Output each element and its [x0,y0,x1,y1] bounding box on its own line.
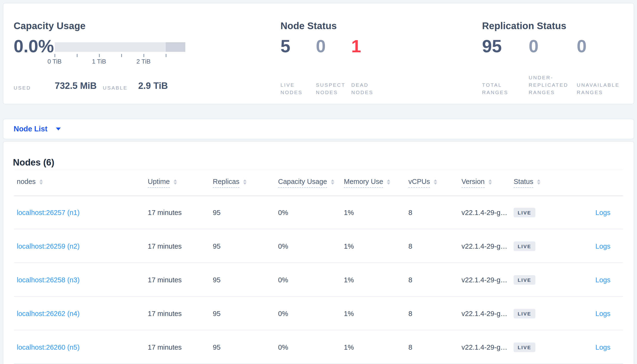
uptime-cell: 17 minutes [148,310,182,318]
node-list-dropdown[interactable]: Node List [14,119,61,139]
version-cell: v22.1.4-29-g… [462,242,507,250]
capacity-usage-title: Capacity Usage [14,21,86,31]
column-header-status[interactable]: Status [514,178,540,188]
logs-link[interactable]: Logs [595,242,610,250]
column-header-version[interactable]: Version [462,178,492,188]
sort-icon [537,179,540,185]
axis-tick [121,54,122,57]
status-cell: LIVE [514,342,535,352]
axis-tick-label: 2 TiB [129,58,158,65]
memory-use-cell: 1% [344,208,354,216]
axis-tick-label: 0 TiB [40,58,69,65]
node-status-title: Node Status [280,21,337,31]
axis-tick [55,54,55,57]
under-replicated-ranges-label: UNDER- REPLICATED RANGES [529,72,568,96]
node-link[interactable]: localhost:26258 (n3) [17,276,80,284]
logs-link[interactable]: Logs [595,310,610,318]
usable-label: USABLE [103,85,128,91]
table-header-row: nodes Uptime Replicas Capacity Usage Mem… [3,170,634,196]
logs-link[interactable]: Logs [595,208,610,216]
version-cell: v22.1.4-29-g… [462,343,507,351]
table-row: localhost:26262 (n4) 17 minutes 95 0% 1%… [3,297,634,330]
column-header-vcpus[interactable]: vCPUs [408,178,437,188]
sort-icon [489,179,492,185]
node-link[interactable]: localhost:26260 (n5) [17,343,80,351]
capacity-usage-cell: 0% [278,208,288,216]
table-row: localhost:26257 (n1) 17 minutes 95 0% 1%… [3,196,634,229]
replicas-cell: 95 [213,242,220,250]
status-badge: LIVE [514,242,535,251]
status-cell: LIVE [514,275,535,285]
vcpus-cell: 8 [408,208,412,216]
replicas-cell: 95 [213,276,220,284]
column-header-uptime[interactable]: Uptime [148,178,177,188]
capacity-usage-cell: 0% [278,242,288,250]
suspect-nodes-count: 0 [316,38,326,55]
live-nodes-label: LIVE NODES [280,72,302,96]
axis-tick-label: 1 TiB [85,58,113,65]
nodes-table-title: Nodes (6) [13,158,54,168]
cluster-overview-page: Capacity Usage 0.0% 0 TiB 1 TiB 2 TiB US… [0,0,637,364]
vcpus-cell: 8 [408,276,412,284]
column-header-memory-use[interactable]: Memory Use [344,178,390,188]
column-header-capacity-usage[interactable]: Capacity Usage [278,178,334,188]
summary-panel: Capacity Usage 0.0% 0 TiB 1 TiB 2 TiB US… [3,3,634,104]
version-cell: v22.1.4-29-g… [462,208,507,216]
used-value: 732.5 MiB [55,81,97,91]
nodes-table-card: Nodes (6) nodes Uptime Replicas Capacity… [3,141,634,364]
logs-link[interactable]: Logs [595,343,610,351]
used-label: USED [14,85,31,91]
axis-tick [99,54,100,57]
under-replicated-ranges-count: 0 [529,38,538,55]
capacity-bar [55,42,185,52]
capacity-usage-cell: 0% [278,310,288,318]
unavailable-ranges-label: UNAVAILABLE RANGES [577,72,619,96]
column-header-nodes[interactable]: nodes [17,178,43,188]
sort-icon [243,179,246,185]
uptime-cell: 17 minutes [148,208,182,216]
replicas-cell: 95 [213,343,220,351]
vcpus-cell: 8 [408,242,412,250]
memory-use-cell: 1% [344,310,354,318]
total-ranges-label: TOTAL RANGES [482,72,508,96]
status-cell: LIVE [514,208,535,217]
live-nodes-count: 5 [280,38,290,55]
status-badge: LIVE [514,342,535,352]
version-cell: v22.1.4-29-g… [462,276,507,284]
capacity-bar-other-segment [166,42,185,52]
sort-icon [434,179,437,185]
capacity-percent: 0.0% [14,38,54,55]
status-cell: LIVE [514,309,535,318]
table-row: localhost:26259 (n2) 17 minutes 95 0% 1%… [3,229,634,263]
total-ranges-count: 95 [482,38,502,55]
logs-link[interactable]: Logs [595,276,610,284]
dead-nodes-label: DEAD NODES [351,72,373,96]
unavailable-ranges-count: 0 [577,38,586,55]
table-body: localhost:26257 (n1) 17 minutes 95 0% 1%… [3,196,634,364]
node-link[interactable]: localhost:26259 (n2) [17,242,80,250]
sort-icon [331,179,334,185]
sort-icon [174,179,177,185]
axis-tick [166,54,166,57]
memory-use-cell: 1% [344,343,354,351]
capacity-usage-cell: 0% [278,343,288,351]
usable-value: 2.9 TiB [138,81,168,91]
caret-down-icon [56,128,61,130]
axis-tick [143,54,144,57]
replicas-cell: 95 [213,310,220,318]
table-row: localhost:26258 (n3) 17 minutes 95 0% 1%… [3,263,634,297]
vcpus-cell: 8 [408,310,412,318]
version-cell: v22.1.4-29-g… [462,310,507,318]
node-link[interactable]: localhost:26257 (n1) [17,208,80,216]
view-selector-bar: Node List [3,119,634,139]
column-header-replicas[interactable]: Replicas [213,178,246,188]
node-list-dropdown-label: Node List [14,125,47,133]
memory-use-cell: 1% [344,276,354,284]
axis-tick [77,54,78,57]
uptime-cell: 17 minutes [148,276,182,284]
status-badge: LIVE [514,208,535,217]
node-link[interactable]: localhost:26262 (n4) [17,310,80,318]
status-cell: LIVE [514,242,535,251]
memory-use-cell: 1% [344,242,354,250]
status-badge: LIVE [514,275,535,285]
